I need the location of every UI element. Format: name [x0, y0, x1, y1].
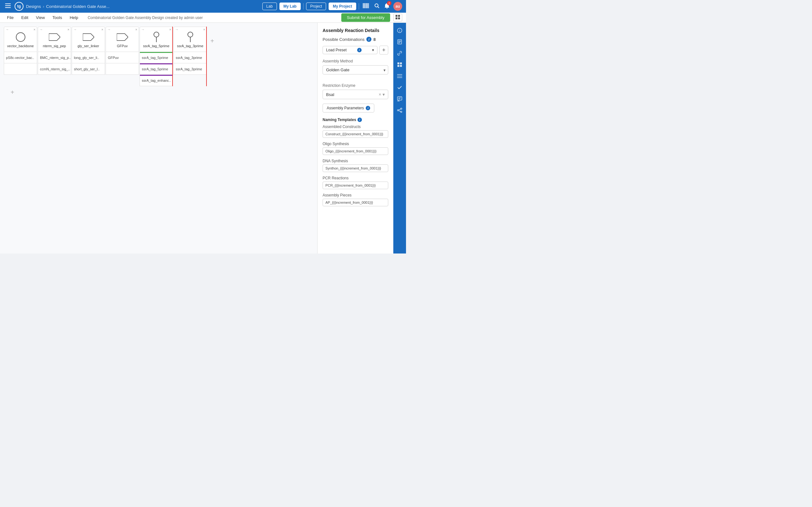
part-header-gfpuv[interactable]: → × GFPuv — [106, 26, 139, 52]
part-cell[interactable]: ssrA_tag_enhanc.. — [140, 75, 173, 86]
svg-rect-9 — [368, 3, 368, 8]
part-cell[interactable]: ssrA_tag_5prime — [140, 63, 173, 75]
menu-help[interactable]: Help — [67, 14, 82, 21]
add-preset-button[interactable]: + — [379, 46, 388, 55]
naming-info-icon: i — [357, 118, 362, 122]
svg-point-22 — [154, 32, 159, 37]
part-header-vector-backbone[interactable]: → × vector_backbone — [4, 26, 37, 52]
add-column-button[interactable]: + — [207, 36, 217, 46]
restriction-enzyme-field[interactable]: BsaI × ▾ — [322, 90, 388, 99]
enzyme-clear-icon[interactable]: × — [379, 92, 381, 97]
search-icon[interactable] — [373, 2, 380, 11]
lab-button[interactable]: Lab — [262, 3, 277, 10]
possible-combinations-row: Possible Combinations i 8 — [322, 37, 388, 42]
assembly-method-label: Assembly Method — [322, 59, 388, 63]
part-cell[interactable]: pS8c-vector_bac.. — [4, 52, 37, 63]
add-row-button[interactable]: + — [8, 88, 17, 97]
notification-badge: 2 — [387, 1, 392, 5]
link-rail-icon[interactable] — [395, 48, 405, 58]
info-rail-icon[interactable]: i — [395, 25, 405, 36]
col-arrow-btn[interactable]: → — [175, 27, 179, 32]
col-cells: ssrA_tag_5prime ssrA_tag_5prime ssrA_tag… — [140, 52, 173, 86]
svg-line-46 — [399, 111, 401, 112]
col-close-btn[interactable]: × — [203, 27, 205, 32]
part-cell[interactable]: GFPuv — [106, 52, 139, 63]
assembly-parameters-button[interactable]: Assembly Parameters i — [322, 104, 374, 112]
right-panel: Assembly Reaction Details Possible Combi… — [317, 23, 393, 253]
my-project-button[interactable]: My Project — [328, 3, 356, 10]
info-tooltip-icon[interactable]: i — [366, 37, 371, 42]
load-preset-button[interactable]: Load Preset i ▾ — [322, 46, 377, 54]
col-cells: GFPuv — [106, 52, 139, 75]
part-column-vector-backbone: → × vector_backbone pS8c-vector_bac.. — [4, 26, 37, 86]
part-column-gfpuv: → × GFPuv GFPuv — [106, 26, 139, 86]
naming-templates-title: Naming Templates i — [322, 118, 388, 122]
svg-rect-35 — [400, 65, 402, 67]
share-rail-icon[interactable] — [395, 105, 405, 115]
col-close-btn[interactable]: × — [34, 27, 36, 32]
menu-file[interactable]: File — [4, 14, 17, 21]
svg-marker-19 — [49, 34, 60, 41]
menu-edit[interactable]: Edit — [18, 14, 32, 21]
my-lab-button[interactable]: My Lab — [280, 3, 301, 10]
col-arrow-btn[interactable]: → — [107, 27, 111, 32]
part-cell[interactable]: ssrA_tag_3prime — [173, 63, 207, 75]
project-button[interactable]: Project — [306, 3, 326, 10]
part-header-nterm-sig-pep[interactable]: → × nterm_sig_pep — [38, 26, 71, 52]
list-rail-icon[interactable] — [395, 71, 405, 81]
col-close-btn[interactable]: × — [169, 27, 171, 32]
app-logo: tg — [14, 2, 23, 11]
submit-assembly-button[interactable]: Submit for Assembly — [341, 13, 391, 22]
layout-toggle-icon[interactable] — [393, 14, 402, 21]
part-cell[interactable]: ssrA_tag_5prime — [140, 52, 173, 63]
oligo-synthesis-label: Oligo Synthesis — [322, 142, 388, 146]
preset-row: Load Preset i ▾ + — [322, 46, 388, 55]
oligo-synthesis-input[interactable] — [322, 147, 388, 155]
icon-rail: i — [393, 23, 406, 253]
canvas-area[interactable]: → × vector_backbone pS8c-vector_bac.. — [0, 23, 317, 253]
svg-rect-5 — [364, 3, 365, 8]
col-close-btn[interactable]: × — [101, 27, 103, 32]
user-avatar[interactable]: au — [393, 2, 402, 11]
part-cell[interactable]: BMC_nterm_sig_p.. — [38, 52, 71, 63]
part-cell[interactable]: ccmN_nterm_sig_.. — [38, 63, 71, 75]
hamburger-menu[interactable] — [4, 2, 12, 10]
top-navigation: tg Designs › Combinatorial Golden Gate A… — [0, 0, 406, 13]
dna-synthesis-input[interactable] — [322, 164, 388, 172]
enzyme-chevron-icon[interactable]: ▾ — [383, 92, 385, 97]
assembly-method-select[interactable]: Golden Gate Gibson Ligation — [322, 65, 388, 74]
part-header-gly-ser-linker[interactable]: → × gly_ser_linker — [72, 26, 105, 52]
assembled-constructs-input[interactable] — [322, 130, 388, 138]
assembly-pieces-input[interactable] — [322, 199, 388, 206]
svg-point-13 — [387, 8, 388, 9]
breadcrumb-designs[interactable]: Designs — [26, 4, 41, 9]
menu-view[interactable]: View — [33, 14, 48, 21]
part-cell[interactable] — [106, 63, 139, 75]
col-close-btn[interactable]: × — [136, 27, 137, 32]
col-name: ssrA_tag_5prime — [143, 44, 169, 48]
col-arrow-btn[interactable]: → — [39, 27, 43, 32]
part-cell[interactable]: ssrA_tag_3prime — [173, 52, 207, 63]
grid-rail-icon[interactable] — [395, 60, 405, 70]
check-rail-icon[interactable] — [395, 82, 405, 93]
chat-rail-icon[interactable] — [395, 94, 405, 104]
menu-bar: File Edit View Tools Help Combinatorial … — [0, 13, 406, 23]
col-close-btn[interactable]: × — [67, 27, 69, 32]
barcode-icon[interactable] — [362, 2, 370, 11]
part-cell[interactable] — [4, 63, 37, 75]
col-name: GFPuv — [117, 44, 128, 48]
load-preset-chevron: ▾ — [372, 48, 374, 52]
part-cell[interactable]: short_gly_ser_l.. — [72, 63, 105, 75]
part-cell[interactable]: long_gly_ser_li.. — [72, 52, 105, 63]
assembly-grid: → × vector_backbone pS8c-vector_bac.. — [0, 23, 317, 101]
document-rail-icon[interactable] — [395, 37, 405, 47]
notifications-icon[interactable]: 2 — [383, 2, 391, 11]
menu-tools[interactable]: Tools — [49, 14, 65, 21]
nav-right: Lab My Lab Project My Project 2 a — [262, 2, 402, 11]
col-arrow-btn[interactable]: → — [73, 27, 77, 32]
part-header-ssra-3prime[interactable]: → × ssrA_tag_3prime — [173, 26, 207, 52]
col-arrow-btn[interactable]: → — [5, 27, 9, 32]
pcr-reactions-input[interactable] — [322, 181, 388, 189]
part-header-ssra-5prime[interactable]: → × ssrA_tag_5prime — [140, 26, 173, 52]
col-arrow-btn[interactable]: → — [141, 27, 145, 32]
